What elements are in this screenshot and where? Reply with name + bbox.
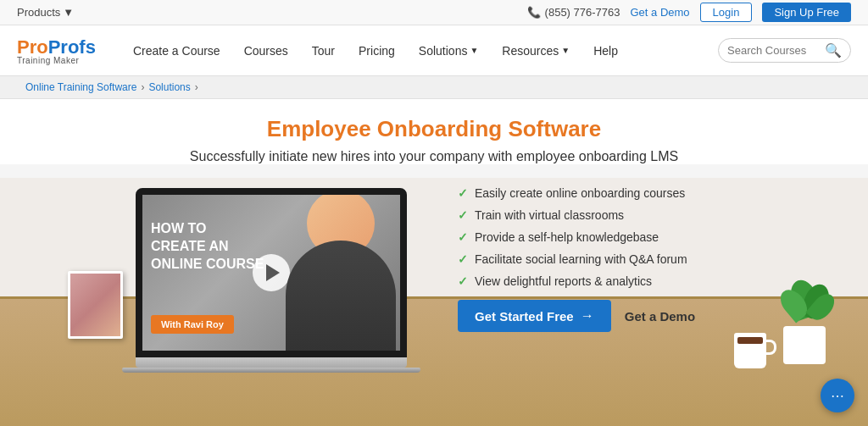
top-bar-right: 📞 (855) 776-7763 Get a Demo Login Sign U… <box>527 3 851 22</box>
nav-pricing[interactable]: Pricing <box>347 25 407 76</box>
logo-wrap: ProProfs Training Maker <box>17 36 96 65</box>
signup-button[interactable]: Sign Up Free <box>762 3 851 22</box>
check-icon-3: ✓ <box>458 230 468 244</box>
login-button[interactable]: Login <box>700 3 753 22</box>
nav-courses[interactable]: Courses <box>232 25 300 76</box>
nav-help[interactable]: Help <box>581 25 630 76</box>
laptop-text-overlay: HOW TO CREATE AN ONLINE COURSE <box>151 220 264 273</box>
search-input[interactable] <box>727 44 821 57</box>
resources-chevron: ▼ <box>561 46 570 55</box>
logo-profs: Profs <box>48 36 96 58</box>
search-box[interactable]: 🔍 <box>718 38 851 63</box>
nav-bar: ProProfs Training Maker Create a Course … <box>0 25 868 76</box>
feature-text-3: Provide a self-help knowledgebase <box>475 230 659 244</box>
chat-dots-icon: ⋯ <box>831 388 845 404</box>
get-demo-link[interactable]: Get a Demo <box>631 6 690 19</box>
laptop-wrap: HOW TO CREATE AN ONLINE COURSE With Ravi… <box>136 188 407 373</box>
products-menu[interactable]: Products ▼ <box>17 6 74 19</box>
mug-body <box>734 333 766 368</box>
feature-item-3: ✓ Provide a self-help knowledgebase <box>458 230 737 244</box>
person-body <box>286 241 396 351</box>
feature-text-2: Train with virtual classrooms <box>475 208 624 222</box>
hero-subtitle: Successfully initiate new hires into you… <box>34 149 834 164</box>
plant-decoration <box>783 326 826 364</box>
breadcrumb-sep-1: › <box>141 81 144 93</box>
phone-wrap: 📞 (855) 776-7763 <box>527 6 620 19</box>
breadcrumb-link-1[interactable]: Online Training Software <box>25 81 136 93</box>
laptop-base <box>136 357 407 368</box>
mug-coffee <box>737 337 763 344</box>
content-area: HOW TO CREATE AN ONLINE COURSE With Ravi… <box>0 178 868 426</box>
logo-pro: Pro <box>17 36 48 58</box>
get-demo-cta[interactable]: Get a Demo <box>625 309 695 324</box>
laptop-screen: HOW TO CREATE AN ONLINE COURSE With Ravi… <box>136 188 407 357</box>
check-icon-4: ✓ <box>458 252 468 266</box>
breadcrumb-sep-2: › <box>195 81 198 93</box>
cta-buttons: Get Started Free → Get a Demo <box>458 300 737 332</box>
feature-item-4: ✓ Facilitate social learning with Q&A fo… <box>458 252 737 266</box>
cta-arrow-icon: → <box>581 308 594 324</box>
features-section: ✓ Easily create online onboarding course… <box>458 186 737 332</box>
hero-title: Employee Onboarding Software <box>34 116 834 142</box>
chat-bubble[interactable]: ⋯ <box>821 379 854 412</box>
laptop-line3: ONLINE COURSE <box>151 256 264 274</box>
laptop-line2: CREATE AN <box>151 238 264 256</box>
phone-icon: 📞 <box>527 6 541 19</box>
nav-tour[interactable]: Tour <box>300 25 347 76</box>
feature-text-1: Easily create online onboarding courses <box>475 186 685 200</box>
products-label: Products <box>17 6 60 19</box>
coffee-mug <box>734 333 766 368</box>
check-icon-1: ✓ <box>458 186 468 200</box>
laptop-line1: HOW TO <box>151 220 264 238</box>
top-bar-left: Products ▼ <box>17 6 74 19</box>
solutions-chevron: ▼ <box>470 46 478 55</box>
laptop-screen-inner: HOW TO CREATE AN ONLINE COURSE With Ravi… <box>142 195 400 351</box>
get-started-label: Get Started Free <box>475 309 574 324</box>
feature-item-5: ✓ View delightful reports & analytics <box>458 274 737 288</box>
photo-frame <box>68 271 123 339</box>
nav-create-course[interactable]: Create a Course <box>121 25 232 76</box>
check-icon-5: ✓ <box>458 274 468 288</box>
nav-links: Create a Course Courses Tour Pricing Sol… <box>121 25 718 76</box>
feature-text-5: View delightful reports & analytics <box>475 274 652 288</box>
feature-item-2: ✓ Train with virtual classrooms <box>458 208 737 222</box>
top-bar: Products ▼ 📞 (855) 776-7763 Get a Demo L… <box>0 0 868 25</box>
feature-item-1: ✓ Easily create online onboarding course… <box>458 186 737 200</box>
photo-image <box>70 274 120 336</box>
feature-text-4: Facilitate social learning with Q&A foru… <box>475 252 687 266</box>
plant-pot <box>783 326 826 364</box>
search-icon[interactable]: 🔍 <box>825 42 842 58</box>
logo-tagline: Training Maker <box>17 56 79 65</box>
get-started-button[interactable]: Get Started Free → <box>458 300 611 332</box>
breadcrumb: Online Training Software › Solutions › <box>0 76 868 99</box>
mug-handle <box>765 340 776 355</box>
laptop-badge: With Ravi Roy <box>151 315 234 334</box>
check-icon-2: ✓ <box>458 208 468 222</box>
laptop-keyboard <box>122 368 420 373</box>
products-chevron: ▼ <box>63 6 74 19</box>
nav-resources[interactable]: Resources ▼ <box>490 25 581 76</box>
play-triangle-icon <box>266 264 280 281</box>
person-image <box>281 188 400 351</box>
hero-section: Employee Onboarding Software Successfull… <box>0 99 868 164</box>
nav-solutions[interactable]: Solutions ▼ <box>407 25 491 76</box>
phone-number: (855) 776-7763 <box>545 6 620 19</box>
breadcrumb-link-2[interactable]: Solutions <box>148 81 190 93</box>
